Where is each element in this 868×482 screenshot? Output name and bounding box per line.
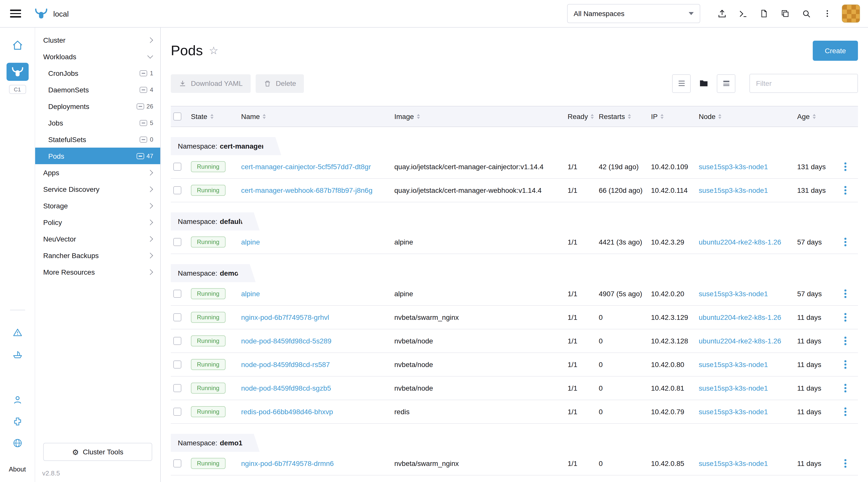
sidebar-group[interactable]: NeuVector [35,230,160,247]
global-settings-button[interactable] [12,438,23,448]
row-checkbox[interactable] [173,163,181,171]
download-kubeconfig-button[interactable] [753,3,775,24]
row-checkbox[interactable] [173,313,181,321]
about-link[interactable]: About [9,465,26,473]
filter-input[interactable] [749,74,858,93]
sidebar-group[interactable]: Apps [35,164,160,181]
age-cell: 131 days [797,186,836,194]
folder-icon [699,78,709,88]
version-label: v2.8.5 [42,470,60,477]
sidebar-item[interactable]: Pods 47 [35,148,160,164]
row-checkbox[interactable] [173,459,181,468]
table-row: Running cert-manager-cainjector-5cf5f57d… [171,155,858,179]
column-header-ip[interactable]: IP [651,113,699,121]
row-actions-kebab-button[interactable] [838,234,853,250]
copy-kubeconfig-button[interactable] [775,3,796,24]
column-header-restarts[interactable]: Restarts [599,113,651,121]
sort-icon [719,114,721,119]
column-header-state[interactable]: State [191,113,241,121]
list-view-button[interactable] [672,74,691,93]
node-link[interactable]: suse15sp3-k3s-node1 [699,459,768,468]
sidebar-group[interactable]: Storage [35,197,160,214]
alerts-button[interactable] [12,327,23,338]
row-checkbox[interactable] [173,186,181,194]
row-actions-kebab-button[interactable] [838,159,853,174]
row-actions-kebab-button[interactable] [838,286,853,301]
pod-name-link[interactable]: redis-pod-66bb498d46-bhxvp [241,408,333,416]
pod-name-link[interactable]: node-pod-8459fd98cd-sgzb5 [241,384,331,392]
row-actions-kebab-button[interactable] [838,183,853,198]
namespace-filter-select[interactable]: All Namespaces [567,4,700,23]
column-header-age[interactable]: Age [797,113,836,121]
row-checkbox[interactable] [173,238,181,246]
row-checkbox[interactable] [173,337,181,345]
user-avatar[interactable] [842,4,860,23]
row-checkbox[interactable] [173,384,181,392]
favorite-star-icon[interactable]: ☆ [209,45,218,57]
group-by-namespace-button[interactable] [697,74,711,93]
sidebar-item[interactable]: Deployments 26 [35,98,160,115]
sidebar-group[interactable]: More Resources [35,264,160,280]
header-kebab-menu-button[interactable] [817,3,838,24]
status-badge: Running [191,312,225,323]
sidebar-group-cluster[interactable]: Cluster [35,32,160,48]
row-actions-kebab-button[interactable] [838,357,853,372]
select-all-checkbox[interactable] [173,113,181,121]
download-yaml-button[interactable]: Download YAML [171,74,251,93]
row-checkbox[interactable] [173,360,181,368]
kubectl-shell-button[interactable] [733,3,753,24]
cluster-rail-button[interactable] [6,63,28,81]
node-link[interactable]: suse15sp3-k3s-node1 [699,163,768,171]
grouped-view-button[interactable] [717,74,735,93]
pod-name-link[interactable]: nginx-pod-6b7f749578-grhvl [241,313,329,321]
main-menu-button[interactable] [10,10,21,18]
row-checkbox[interactable] [173,408,181,416]
sidebar-item[interactable]: CronJobs 1 [35,65,160,81]
node-link[interactable]: ubuntu2204-rke2-k8s-1.26 [699,238,781,246]
row-actions-kebab-button[interactable] [838,333,853,348]
gear-icon: ⚙ [72,448,79,456]
column-header-image[interactable]: Image [394,113,568,121]
sidebar-group-workloads[interactable]: Workloads [35,48,160,65]
cluster-brand[interactable]: local [34,7,69,20]
pod-name-link[interactable]: node-pod-8459fd98cd-rs587 [241,360,330,368]
import-yaml-button[interactable] [711,3,733,24]
column-header-node[interactable]: Node [699,113,797,121]
node-link[interactable]: ubuntu2204-rke2-k8s-1.26 [699,337,781,345]
sidebar-group-label: Apps [43,168,59,176]
home-button[interactable] [11,40,23,51]
sidebar-group[interactable]: Policy [35,214,160,230]
cluster-tools-button[interactable]: ⚙ Cluster Tools [43,443,152,461]
column-header-name[interactable]: Name [241,113,394,121]
row-actions-kebab-button[interactable] [838,456,853,471]
row-actions-kebab-button[interactable] [838,404,853,419]
extensions-button[interactable] [12,416,23,427]
pod-name-link[interactable]: nginx-pod-6b7f749578-drmn6 [241,459,334,468]
header-search-button[interactable] [796,3,817,24]
pod-name-link[interactable]: alpine [241,290,260,298]
node-link[interactable]: suse15sp3-k3s-node1 [699,186,768,194]
sidebar-item[interactable]: Jobs 5 [35,115,160,131]
row-actions-kebab-button[interactable] [838,381,853,396]
pod-name-link[interactable]: cert-manager-webhook-687b7f8b97-j8n6g [241,186,372,194]
ship-icon [12,349,23,360]
users-button[interactable] [12,395,23,405]
pod-name-link[interactable]: alpine [241,238,260,246]
create-button[interactable]: Create [813,41,858,61]
node-link[interactable]: suse15sp3-k3s-node1 [699,384,768,392]
node-link[interactable]: ubuntu2204-rke2-k8s-1.26 [699,313,781,321]
fleet-button[interactable] [12,349,23,360]
node-link[interactable]: suse15sp3-k3s-node1 [699,360,768,368]
sidebar-group[interactable]: Service Discovery [35,181,160,197]
column-header-ready[interactable]: Ready [568,113,599,121]
sidebar-item[interactable]: StatefulSets 0 [35,131,160,148]
node-link[interactable]: suse15sp3-k3s-node1 [699,408,768,416]
row-actions-kebab-button[interactable] [838,310,853,325]
sidebar-group[interactable]: Rancher Backups [35,247,160,264]
pod-name-link[interactable]: cert-manager-cainjector-5cf5f57dd7-dt8gr [241,163,371,171]
row-checkbox[interactable] [173,290,181,298]
pod-name-link[interactable]: node-pod-8459fd98cd-5s289 [241,337,332,345]
node-link[interactable]: suse15sp3-k3s-node1 [699,290,768,298]
delete-button[interactable]: Delete [256,74,304,93]
sidebar-item[interactable]: DaemonSets 4 [35,81,160,98]
